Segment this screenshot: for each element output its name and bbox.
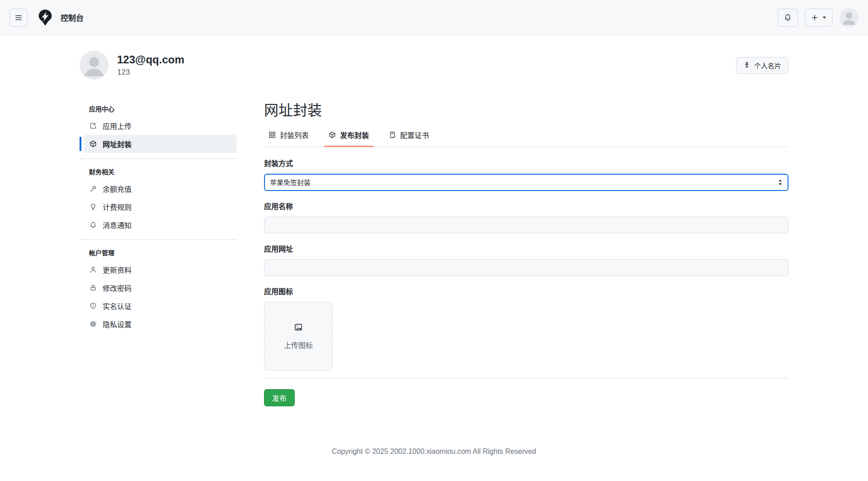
shield-exclamation-icon	[90, 302, 97, 310]
lock-icon	[90, 284, 97, 291]
gear-icon	[90, 320, 97, 328]
copyright-text: Copyright © 2025 2002.1000.xiaomiou.com …	[80, 448, 788, 456]
sidebar-section-finance: 财务相关	[80, 164, 237, 180]
sidebar-item-label: 计费规则	[103, 201, 132, 212]
profile-header: 123@qq.com 123 个人名片	[80, 51, 788, 80]
app-logo-lightning-pin-icon	[36, 9, 54, 27]
package-method-select[interactable]: 苹果免签封装	[264, 174, 788, 191]
sidebar-item-label: 隐私设置	[103, 319, 132, 329]
file-check-icon	[389, 131, 396, 138]
publish-button[interactable]: 发布	[264, 389, 295, 406]
tab-publish-package[interactable]: 发布封装	[324, 123, 373, 147]
bell-icon	[90, 221, 97, 229]
publish-package-form: 封装方式 苹果免签封装 应用名称	[264, 160, 788, 406]
sidebar-section-app-center: 应用中心	[80, 101, 237, 117]
profile-email: 123@qq.com	[117, 53, 184, 67]
plus-icon	[811, 14, 818, 21]
package-icon	[329, 131, 336, 138]
app-url-input[interactable]	[264, 259, 788, 276]
sidebar-item-notifications[interactable]: 消息通知	[84, 216, 237, 234]
apps-grid-icon	[269, 131, 276, 138]
sidebar-divider	[80, 158, 237, 159]
upload-text: 上传图标	[284, 339, 313, 350]
sidebar-item-label: 修改密码	[103, 282, 132, 293]
tab-label: 发布封装	[340, 129, 369, 140]
package-icon	[90, 140, 97, 148]
sidebar-item-app-upload[interactable]: 应用上传	[84, 117, 237, 135]
sidebar-item-label: 余额充值	[103, 183, 132, 194]
sidebar-item-realname-verify[interactable]: 实名认证	[84, 297, 237, 315]
app-url-label: 应用网址	[264, 245, 788, 253]
app-icon-label: 应用图标	[264, 288, 788, 296]
person-figure-icon	[743, 62, 750, 69]
upload-icon	[90, 122, 97, 129]
sidebar-item-update-profile[interactable]: 更新资料	[84, 261, 237, 279]
profile-avatar	[80, 51, 108, 80]
personal-card-button[interactable]: 个人名片	[736, 57, 788, 74]
person-icon	[90, 266, 97, 273]
sidebar-item-billing-rules[interactable]: 计费规则	[84, 198, 237, 216]
key-icon	[90, 185, 97, 192]
caret-down-icon	[822, 16, 826, 19]
tab-label: 封装列表	[280, 129, 309, 140]
sidebar-item-label: 应用上传	[103, 120, 132, 131]
three-bars-icon	[15, 14, 22, 21]
tab-bar: 封装列表 发布封装	[264, 123, 788, 147]
header-actions	[778, 8, 859, 27]
header-title: 控制台	[61, 12, 84, 23]
sidebar-divider	[80, 239, 237, 240]
tab-label: 配置证书	[400, 129, 429, 140]
sidebar-item-label: 消息通知	[103, 219, 132, 230]
hamburger-menu-button[interactable]	[9, 9, 28, 27]
sidebar-item-label: 网址封装	[103, 138, 132, 149]
icon-upload-dropzone[interactable]: 上传图标	[264, 302, 333, 371]
package-method-label: 封装方式	[264, 160, 788, 168]
app-name-label: 应用名称	[264, 203, 788, 211]
sidebar-item-privacy-settings[interactable]: 隐私设置	[84, 315, 237, 333]
page-footer: Copyright © 2025 2002.1000.xiaomiou.com …	[80, 448, 788, 477]
sidebar-item-balance-recharge[interactable]: 余额充值	[84, 180, 237, 198]
app-name-input[interactable]	[264, 217, 788, 233]
notifications-button[interactable]	[778, 9, 798, 27]
page-title: 网址封装	[264, 101, 788, 119]
main-content: 网址封装 封装列表	[264, 101, 788, 406]
create-new-button[interactable]	[805, 9, 833, 27]
profile-username: 123	[117, 68, 184, 77]
tab-package-list[interactable]: 封装列表	[264, 123, 313, 147]
bell-icon	[784, 14, 792, 21]
header-avatar[interactable]	[840, 8, 859, 27]
image-icon	[294, 323, 303, 332]
sidebar-section-account: 帐户管理	[80, 245, 237, 261]
sidebar-item-url-package[interactable]: 网址封装	[84, 135, 237, 153]
sidebar-item-label: 更新资料	[103, 264, 132, 275]
personal-card-label: 个人名片	[754, 61, 781, 70]
package-method-select-wrap: 苹果免签封装	[264, 174, 788, 191]
sidebar-item-label: 实名认证	[103, 300, 132, 311]
sidebar: 应用中心 应用上传 网址封装	[80, 101, 237, 333]
tab-configure-certificate[interactable]: 配置证书	[384, 123, 434, 147]
form-divider	[264, 378, 788, 378]
app-header: 控制台	[0, 0, 868, 35]
lightbulb-icon	[90, 203, 97, 210]
sidebar-item-change-password[interactable]: 修改密码	[84, 279, 237, 297]
profile-info: 123@qq.com 123	[117, 53, 184, 77]
